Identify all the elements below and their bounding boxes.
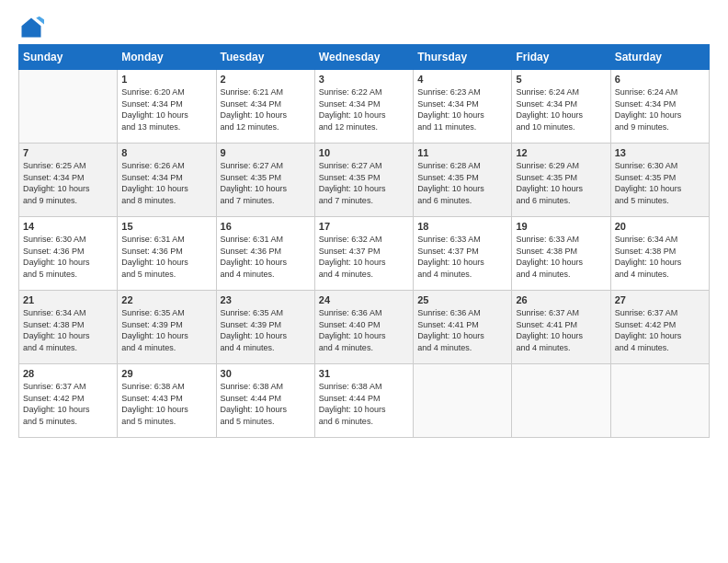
calendar-cell: 13Sunrise: 6:30 AM Sunset: 4:35 PM Dayli…: [610, 144, 709, 217]
logo-icon: [18, 15, 44, 40]
day-number: 30: [221, 368, 311, 379]
day-number: 29: [121, 368, 211, 379]
day-number: 5: [516, 74, 606, 85]
calendar-cell: 21Sunrise: 6:34 AM Sunset: 4:38 PM Dayli…: [19, 291, 118, 364]
calendar-week-4: 21Sunrise: 6:34 AM Sunset: 4:38 PM Dayli…: [19, 291, 710, 364]
day-info: Sunrise: 6:21 AM Sunset: 4:34 PM Dayligh…: [221, 86, 311, 132]
day-info: Sunrise: 6:35 AM Sunset: 4:39 PM Dayligh…: [121, 307, 211, 353]
calendar-cell: 14Sunrise: 6:30 AM Sunset: 4:36 PM Dayli…: [19, 217, 118, 291]
day-number: 26: [516, 294, 606, 305]
day-info: Sunrise: 6:24 AM Sunset: 4:34 PM Dayligh…: [516, 86, 606, 132]
calendar-cell: 1Sunrise: 6:20 AM Sunset: 4:34 PM Daylig…: [118, 70, 216, 144]
day-info: Sunrise: 6:20 AM Sunset: 4:34 PM Dayligh…: [121, 86, 211, 132]
calendar-cell: 22Sunrise: 6:35 AM Sunset: 4:39 PM Dayli…: [118, 291, 216, 364]
day-info: Sunrise: 6:32 AM Sunset: 4:37 PM Dayligh…: [319, 234, 409, 280]
day-number: 31: [319, 368, 409, 379]
day-info: Sunrise: 6:35 AM Sunset: 4:39 PM Dayligh…: [221, 307, 311, 353]
day-number: 2: [221, 74, 311, 85]
day-number: 28: [23, 368, 113, 379]
calendar-cell: 17Sunrise: 6:32 AM Sunset: 4:37 PM Dayli…: [314, 217, 413, 291]
calendar-cell: [414, 364, 512, 438]
calendar-cell: 19Sunrise: 6:33 AM Sunset: 4:38 PM Dayli…: [512, 217, 610, 291]
calendar-cell: 29Sunrise: 6:38 AM Sunset: 4:43 PM Dayli…: [118, 364, 216, 438]
calendar-cell: 24Sunrise: 6:36 AM Sunset: 4:40 PM Dayli…: [314, 291, 413, 364]
day-info: Sunrise: 6:33 AM Sunset: 4:37 PM Dayligh…: [417, 234, 507, 280]
day-header-wednesday: Wednesday: [314, 45, 413, 70]
day-number: 15: [121, 221, 211, 232]
day-info: Sunrise: 6:30 AM Sunset: 4:35 PM Dayligh…: [615, 160, 705, 206]
day-info: Sunrise: 6:22 AM Sunset: 4:34 PM Dayligh…: [319, 86, 409, 132]
calendar-cell: 28Sunrise: 6:37 AM Sunset: 4:42 PM Dayli…: [19, 364, 118, 438]
day-number: 21: [23, 294, 113, 305]
day-number: 11: [417, 147, 507, 158]
calendar-cell: 11Sunrise: 6:28 AM Sunset: 4:35 PM Dayli…: [414, 144, 512, 217]
day-number: 25: [417, 294, 507, 305]
day-number: 8: [121, 147, 211, 158]
day-number: 27: [615, 294, 705, 305]
day-info: Sunrise: 6:38 AM Sunset: 4:44 PM Dayligh…: [319, 381, 409, 427]
logo: [18, 15, 48, 40]
day-number: 17: [319, 221, 409, 232]
calendar-cell: 15Sunrise: 6:31 AM Sunset: 4:36 PM Dayli…: [118, 217, 216, 291]
calendar-header-row: SundayMondayTuesdayWednesdayThursdayFrid…: [19, 45, 710, 70]
calendar-cell: [19, 70, 118, 144]
calendar-cell: 8Sunrise: 6:26 AM Sunset: 4:34 PM Daylig…: [118, 144, 216, 217]
day-number: 4: [417, 74, 507, 85]
day-number: 19: [516, 221, 606, 232]
day-info: Sunrise: 6:27 AM Sunset: 4:35 PM Dayligh…: [221, 160, 311, 206]
calendar-week-2: 7Sunrise: 6:25 AM Sunset: 4:34 PM Daylig…: [19, 144, 710, 217]
page-header: [18, 15, 710, 40]
day-info: Sunrise: 6:37 AM Sunset: 4:41 PM Dayligh…: [516, 307, 606, 353]
day-number: 9: [221, 147, 311, 158]
calendar-cell: 20Sunrise: 6:34 AM Sunset: 4:38 PM Dayli…: [610, 217, 709, 291]
day-number: 13: [615, 147, 705, 158]
day-info: Sunrise: 6:24 AM Sunset: 4:34 PM Dayligh…: [615, 86, 705, 132]
day-header-monday: Monday: [118, 45, 216, 70]
day-info: Sunrise: 6:34 AM Sunset: 4:38 PM Dayligh…: [615, 234, 705, 280]
day-info: Sunrise: 6:28 AM Sunset: 4:35 PM Dayligh…: [417, 160, 507, 206]
calendar-cell: 23Sunrise: 6:35 AM Sunset: 4:39 PM Dayli…: [216, 291, 314, 364]
day-header-sunday: Sunday: [19, 45, 118, 70]
calendar-cell: 4Sunrise: 6:23 AM Sunset: 4:34 PM Daylig…: [414, 70, 512, 144]
day-info: Sunrise: 6:23 AM Sunset: 4:34 PM Dayligh…: [417, 86, 507, 132]
calendar-cell: 6Sunrise: 6:24 AM Sunset: 4:34 PM Daylig…: [610, 70, 709, 144]
calendar-week-1: 1Sunrise: 6:20 AM Sunset: 4:34 PM Daylig…: [19, 70, 710, 144]
day-number: 14: [23, 221, 113, 232]
day-number: 18: [417, 221, 507, 232]
day-info: Sunrise: 6:30 AM Sunset: 4:36 PM Dayligh…: [23, 234, 113, 280]
calendar-cell: 25Sunrise: 6:36 AM Sunset: 4:41 PM Dayli…: [414, 291, 512, 364]
day-info: Sunrise: 6:27 AM Sunset: 4:35 PM Dayligh…: [319, 160, 409, 206]
day-info: Sunrise: 6:31 AM Sunset: 4:36 PM Dayligh…: [121, 234, 211, 280]
calendar-cell: 12Sunrise: 6:29 AM Sunset: 4:35 PM Dayli…: [512, 144, 610, 217]
calendar-cell: 3Sunrise: 6:22 AM Sunset: 4:34 PM Daylig…: [314, 70, 413, 144]
calendar-cell: 2Sunrise: 6:21 AM Sunset: 4:34 PM Daylig…: [216, 70, 314, 144]
calendar-cell: 18Sunrise: 6:33 AM Sunset: 4:37 PM Dayli…: [414, 217, 512, 291]
calendar-cell: 30Sunrise: 6:38 AM Sunset: 4:44 PM Dayli…: [216, 364, 314, 438]
day-number: 10: [319, 147, 409, 158]
day-info: Sunrise: 6:26 AM Sunset: 4:34 PM Dayligh…: [121, 160, 211, 206]
day-info: Sunrise: 6:38 AM Sunset: 4:43 PM Dayligh…: [121, 381, 211, 427]
day-info: Sunrise: 6:34 AM Sunset: 4:38 PM Dayligh…: [23, 307, 113, 353]
day-header-thursday: Thursday: [414, 45, 512, 70]
day-number: 1: [121, 74, 211, 85]
day-number: 24: [319, 294, 409, 305]
day-info: Sunrise: 6:37 AM Sunset: 4:42 PM Dayligh…: [23, 381, 113, 427]
day-header-tuesday: Tuesday: [216, 45, 314, 70]
day-number: 23: [221, 294, 311, 305]
day-number: 7: [23, 147, 113, 158]
calendar-cell: 26Sunrise: 6:37 AM Sunset: 4:41 PM Dayli…: [512, 291, 610, 364]
calendar-table: SundayMondayTuesdayWednesdayThursdayFrid…: [18, 44, 710, 438]
day-number: 20: [615, 221, 705, 232]
calendar-cell: 9Sunrise: 6:27 AM Sunset: 4:35 PM Daylig…: [216, 144, 314, 217]
calendar-cell: 10Sunrise: 6:27 AM Sunset: 4:35 PM Dayli…: [314, 144, 413, 217]
calendar-cell: 7Sunrise: 6:25 AM Sunset: 4:34 PM Daylig…: [19, 144, 118, 217]
svg-marker-0: [22, 18, 41, 38]
calendar-cell: 27Sunrise: 6:37 AM Sunset: 4:42 PM Dayli…: [610, 291, 709, 364]
day-header-friday: Friday: [512, 45, 610, 70]
day-number: 3: [319, 74, 409, 85]
day-number: 6: [615, 74, 705, 85]
day-info: Sunrise: 6:29 AM Sunset: 4:35 PM Dayligh…: [516, 160, 606, 206]
day-number: 12: [516, 147, 606, 158]
day-number: 16: [221, 221, 311, 232]
calendar-week-5: 28Sunrise: 6:37 AM Sunset: 4:42 PM Dayli…: [19, 364, 710, 438]
